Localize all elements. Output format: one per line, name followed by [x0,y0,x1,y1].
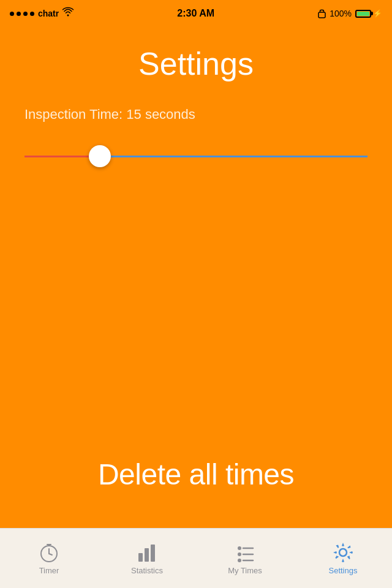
status-bar: chatr 2:30 AM 100% ⚡ [0,0,392,27]
settings-tab-label: Settings [329,566,358,575]
inspection-time-slider-container[interactable] [24,141,368,172]
timer-tab-label: Timer [39,566,59,575]
status-right: 100% ⚡ [318,8,382,20]
tab-bar: Timer Statistics My Times [0,528,392,588]
svg-point-9 [238,546,241,550]
my-times-icon [234,541,256,564]
timer-icon [38,541,60,564]
battery-icon: ⚡ [355,9,382,18]
svg-rect-6 [138,553,143,562]
tab-my-times[interactable]: My Times [196,535,294,575]
tab-statistics[interactable]: Statistics [98,535,196,575]
my-times-tab-label: My Times [228,566,262,575]
charging-icon: ⚡ [373,9,382,18]
status-time: 2:30 AM [177,8,214,19]
statistics-icon [136,541,158,564]
svg-point-15 [339,549,347,556]
settings-icon [332,541,354,564]
main-content: Settings Inspection Time: 15 seconds Del… [0,27,392,528]
statistics-tab-label: Statistics [131,566,163,575]
svg-rect-0 [318,12,325,18]
battery-percent: 100% [330,9,352,18]
svg-point-13 [238,559,241,562]
wifi-icon [62,8,74,19]
signal-dots [10,12,34,16]
inspection-time-label: Inspection Time: 15 seconds [24,107,195,123]
svg-point-11 [238,552,241,556]
svg-rect-7 [145,548,149,562]
status-left: chatr [10,8,74,19]
carrier-label: chatr [38,9,59,18]
delete-all-times-button[interactable]: Delete all times [98,458,294,491]
page-title: Settings [138,45,254,82]
svg-line-3 [49,554,52,555]
lock-icon [318,8,326,20]
tab-settings[interactable]: Settings [294,535,392,575]
svg-rect-8 [151,545,155,562]
tab-timer[interactable]: Timer [0,535,98,575]
